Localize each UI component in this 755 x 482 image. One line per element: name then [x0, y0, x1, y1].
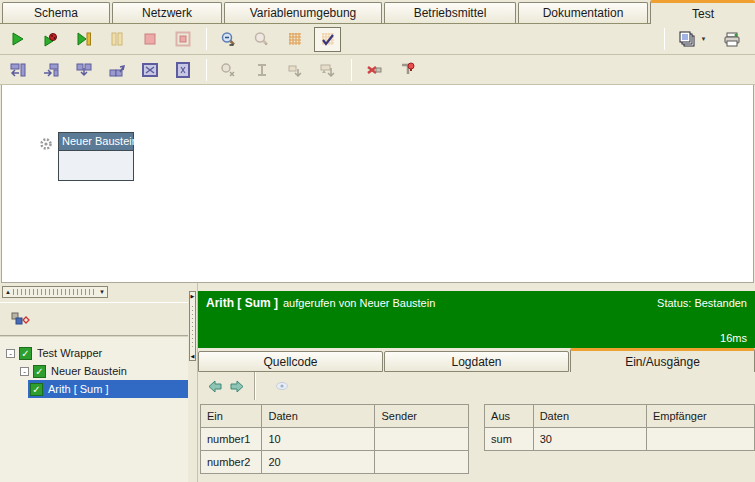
run-button[interactable]	[4, 27, 31, 52]
marker-down-button[interactable]	[314, 57, 341, 82]
input-name-cell[interactable]: number1	[201, 428, 262, 451]
col-header[interactable]: Aus	[485, 405, 534, 428]
col-header[interactable]: Sender	[375, 405, 469, 428]
stop-button[interactable]	[136, 27, 163, 52]
toolbar-separator	[664, 28, 665, 50]
scroll-down-icon[interactable]: ▼	[99, 289, 105, 295]
scroll-up-icon[interactable]: ▲	[5, 289, 11, 295]
tree-scrollbar[interactable]: ▲ ▼	[2, 286, 108, 298]
input-sender-cell[interactable]	[375, 428, 469, 451]
io-navbar	[198, 372, 755, 400]
grid-button[interactable]	[281, 27, 308, 52]
input-value-cell[interactable]: 10	[262, 428, 375, 451]
tree-item-neuer-baustein[interactable]: - ✓ Neuer Baustein	[0, 362, 188, 380]
function-block-neuer-baustein[interactable]: Neuer Baustein	[58, 132, 134, 181]
tree-toolbar	[0, 302, 188, 336]
table-row[interactable]: number1 10	[201, 428, 469, 451]
table-row[interactable]: sum 30	[485, 428, 755, 451]
inputs-table[interactable]: Ein Daten Sender number1 10 number2 20	[200, 404, 469, 474]
application-window: Schema Netzwerk Variablenumgebung Betrie…	[0, 0, 755, 482]
block-arrow-right-button[interactable]	[37, 57, 64, 82]
arrow-right-icon	[229, 379, 245, 394]
tree-item-label[interactable]: Arith [ Sum ]	[48, 383, 109, 395]
gear-icon	[39, 137, 53, 151]
panel-splitter[interactable]: ▶ ◀	[188, 283, 197, 482]
output-value-cell[interactable]: 30	[533, 428, 646, 451]
test-status-header: Arith [ Sum ] aufgerufen von Neuer Baust…	[198, 291, 755, 348]
print-button[interactable]	[718, 27, 745, 52]
splitter-collapse-icon[interactable]: ◀	[191, 353, 195, 359]
snap-grid-toggle-button[interactable]	[314, 27, 341, 52]
tree-item-test-wrapper[interactable]: - ✓ Test Wrapper	[0, 344, 188, 362]
pause-button[interactable]	[103, 27, 130, 52]
arrow-left-icon	[207, 379, 223, 394]
tab-test[interactable]: Test	[650, 0, 755, 24]
bottom-area: ▲ ▼ - ✓ Test Wrapper - ✓ Neuer Baustein	[0, 283, 755, 482]
toolbar-separator	[206, 28, 207, 50]
show-instances-button[interactable]	[8, 307, 32, 331]
step-nav-group	[198, 372, 255, 400]
blocks-arrow-down-button[interactable]	[70, 57, 97, 82]
tab-netzwerk[interactable]: Netzwerk	[112, 2, 222, 23]
tab-ein-ausgaenge[interactable]: Ein/Ausgänge	[570, 348, 755, 372]
halt-button[interactable]	[169, 27, 196, 52]
halt-icon	[175, 31, 191, 47]
block-arrow-left-button[interactable]	[4, 57, 31, 82]
previous-call-button[interactable]	[204, 375, 226, 397]
col-header[interactable]: Daten	[262, 405, 375, 428]
step-button[interactable]	[70, 27, 97, 52]
tab-variablenumgebung[interactable]: Variablenumgebung	[224, 2, 382, 23]
block-body[interactable]	[59, 151, 133, 180]
collapse-icon[interactable]: -	[6, 349, 15, 358]
copies-button[interactable]	[673, 27, 700, 52]
range-button[interactable]	[248, 57, 275, 82]
marker-up-button[interactable]	[281, 57, 308, 82]
blocks-arrow-up-icon	[108, 62, 126, 78]
outputs-table[interactable]: Aus Daten Empfänger sum 30	[484, 404, 755, 451]
input-value-cell[interactable]: 20	[262, 451, 375, 474]
scrollbar-track[interactable]	[13, 289, 97, 295]
zoom-out-button[interactable]	[215, 27, 242, 52]
toggle-breakpoint-button[interactable]	[393, 57, 420, 82]
block-call-subtitle: aufgerufen von Neuer Baustein	[283, 297, 435, 309]
col-header[interactable]: Daten	[533, 405, 646, 428]
next-call-button[interactable]	[226, 375, 248, 397]
tab-dokumentation[interactable]: Dokumentation	[518, 2, 648, 23]
watch-zoom-button[interactable]	[215, 57, 242, 82]
splitter-handle[interactable]: ▶ ◀	[189, 291, 196, 361]
tree-item-label[interactable]: Test Wrapper	[37, 347, 102, 359]
tree-item-arith-sum[interactable]: ✓ Arith [ Sum ]	[28, 380, 188, 398]
input-name-cell[interactable]: number2	[201, 451, 262, 474]
zoom-in-button[interactable]	[248, 27, 275, 52]
tab-schema[interactable]: Schema	[2, 2, 110, 23]
stop-icon	[142, 31, 158, 47]
watch-button[interactable]	[271, 375, 293, 397]
col-header[interactable]: Empfänger	[646, 405, 754, 428]
tree-item-label[interactable]: Neuer Baustein	[51, 365, 127, 377]
blocks-arrow-down-icon	[75, 62, 93, 78]
dropdown-arrow-icon: ▼	[701, 36, 707, 42]
block-frame-button[interactable]	[169, 57, 196, 82]
watch-zoom-icon	[220, 62, 238, 78]
table-row[interactable]: number2 20	[201, 451, 469, 474]
block-swap-button[interactable]	[136, 57, 163, 82]
output-receiver-cell[interactable]	[646, 428, 754, 451]
tab-logdaten[interactable]: Logdaten	[384, 351, 569, 372]
collapse-icon[interactable]: -	[20, 367, 29, 376]
copies-dropdown-button[interactable]: ▼	[700, 27, 712, 52]
output-name-cell[interactable]: sum	[485, 428, 534, 451]
splitter-expand-icon[interactable]: ▶	[191, 293, 195, 299]
test-toolbar: ▼	[0, 24, 755, 55]
test-canvas[interactable]: Neuer Baustein	[1, 85, 754, 283]
clear-breakpoints-button[interactable]	[360, 57, 387, 82]
debug-run-button[interactable]	[37, 27, 64, 52]
col-header[interactable]: Ein	[201, 405, 262, 428]
eye-icon	[275, 380, 289, 392]
blocks-arrow-up-button[interactable]	[103, 57, 130, 82]
tab-betriebsmittel[interactable]: Betriebsmittel	[384, 2, 516, 23]
step-toolbar	[0, 55, 755, 85]
block-call-title: Arith [ Sum ]	[206, 296, 278, 310]
input-sender-cell[interactable]	[375, 451, 469, 474]
tab-quellcode[interactable]: Quellcode	[198, 351, 383, 372]
run-icon	[10, 31, 26, 47]
